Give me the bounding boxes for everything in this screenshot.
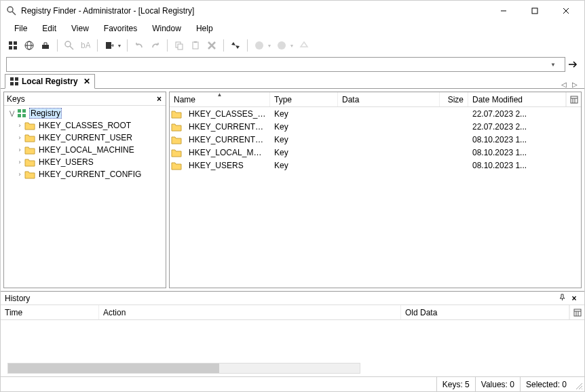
svg-rect-34	[22, 114, 26, 117]
connect-network-icon[interactable]	[22, 39, 36, 52]
registry-tree[interactable]: ⋁ Registry ›HKEY_CLASSES_ROOT ›HKEY_CURR…	[4, 106, 166, 288]
column-time[interactable]: Time	[1, 305, 99, 319]
menu-help[interactable]: Help	[189, 22, 220, 35]
cell-date: 22.07.2023 2...	[468, 109, 581, 119]
cell-date: 22.07.2023 2...	[468, 122, 581, 132]
expand-icon[interactable]: ›	[15, 159, 24, 165]
svg-rect-7	[14, 41, 17, 45]
tree-item[interactable]: ›HKEY_USERS	[4, 156, 166, 168]
menu-favorites[interactable]: Favorites	[97, 22, 144, 35]
cell-date: 08.10.2023 1...	[468, 135, 581, 144]
redo-icon[interactable]	[149, 39, 162, 52]
window-title: Registry Finder - Administrator - [Local…	[21, 6, 488, 16]
replace-icon[interactable]: bA	[79, 39, 92, 52]
expand-icon[interactable]: ›	[15, 134, 24, 141]
nav-up-icon[interactable]	[297, 39, 311, 52]
refresh-icon[interactable]	[229, 39, 242, 52]
undo-icon[interactable]	[132, 39, 146, 52]
column-old-data[interactable]: Old Data	[401, 305, 569, 319]
column-options-icon[interactable]	[566, 92, 581, 106]
copy-icon[interactable]	[172, 39, 186, 52]
nav-back-icon[interactable]	[252, 39, 266, 52]
column-name[interactable]: Name▲	[170, 92, 270, 106]
list-row[interactable]: HKEY_CURRENT_CON...Key22.07.2023 2...	[170, 120, 581, 133]
svg-line-45	[582, 389, 582, 389]
list-row[interactable]: HKEY_CURRENT_USERKey08.10.2023 1...	[170, 133, 581, 146]
show-localreg-icon[interactable]	[6, 39, 20, 52]
tab-close-icon[interactable]: ✕	[83, 77, 90, 86]
go-button[interactable]	[567, 58, 579, 71]
expand-icon[interactable]: ›	[15, 122, 24, 129]
tab-next-icon[interactable]: ▷	[569, 81, 580, 88]
tree-item[interactable]: ›HKEY_CURRENT_USER	[4, 132, 166, 144]
main-area: Keys × ⋁ Registry ›HKEY_CLASSES_ROOT ›HK…	[1, 89, 584, 291]
minimize-button[interactable]	[488, 1, 519, 21]
maximize-button[interactable]	[519, 1, 550, 21]
paste-icon[interactable]	[189, 39, 202, 52]
expand-icon[interactable]: ›	[15, 171, 24, 178]
svg-line-43	[576, 383, 582, 389]
column-action[interactable]: Action	[99, 305, 401, 319]
column-label: Date Modified	[472, 95, 523, 104]
column-data[interactable]: Data	[338, 92, 440, 106]
list-row[interactable]: HKEY_USERSKey08.10.2023 1...	[170, 159, 581, 172]
tree-item[interactable]: ›HKEY_CURRENT_CONFIG	[4, 168, 166, 180]
menu-window[interactable]: Window	[145, 22, 188, 35]
folder-icon	[171, 122, 182, 132]
history-close-icon[interactable]: ×	[568, 294, 580, 303]
column-size[interactable]: Size	[440, 92, 468, 106]
export-icon[interactable]	[102, 39, 116, 52]
list-row[interactable]: HKEY_LOCAL_MACHI...Key08.10.2023 1...	[170, 146, 581, 159]
dropdown-arrow-icon[interactable]: ▼	[267, 43, 272, 48]
column-type[interactable]: Type	[270, 92, 338, 106]
svg-point-14	[65, 41, 71, 47]
sort-asc-icon: ▲	[217, 92, 223, 98]
svg-rect-27	[10, 77, 14, 81]
menu-file[interactable]: File	[7, 22, 34, 35]
column-date[interactable]: Date Modified	[468, 92, 566, 106]
column-label: Type	[274, 95, 292, 104]
folder-icon	[24, 132, 35, 143]
tree-root[interactable]: ⋁ Registry	[4, 107, 166, 119]
cell-date: 08.10.2023 1...	[468, 161, 581, 170]
keys-panel: Keys × ⋁ Registry ›HKEY_CLASSES_ROOT ›HK…	[3, 92, 166, 288]
cell-type: Key	[270, 161, 338, 170]
nav-forward-icon[interactable]	[275, 39, 288, 52]
history-header: History ×	[1, 292, 584, 305]
history-panel: History × Time Action Old Data	[1, 291, 584, 376]
delete-icon[interactable]	[205, 39, 219, 52]
horizontal-scrollbar[interactable]	[7, 363, 360, 374]
menu-edit[interactable]: Edit	[35, 22, 63, 35]
registry-icon	[10, 77, 19, 86]
folder-icon	[24, 120, 35, 131]
svg-rect-17	[106, 42, 111, 49]
dropdown-arrow-icon[interactable]: ▼	[289, 43, 295, 48]
keys-panel-title: Keys	[7, 94, 155, 104]
tab-prev-icon[interactable]: ◁	[559, 81, 569, 88]
column-label: Data	[342, 95, 359, 104]
list-body[interactable]: HKEY_CLASSES_ROOTKey22.07.2023 2... HKEY…	[170, 107, 581, 288]
tab-local-registry[interactable]: Local Registry ✕	[5, 74, 95, 89]
column-options-icon[interactable]	[569, 305, 584, 319]
address-input[interactable]	[6, 57, 565, 72]
history-columns: Time Action Old Data	[1, 305, 584, 320]
collapse-icon[interactable]: ⋁	[7, 110, 16, 117]
history-body[interactable]	[1, 320, 584, 376]
tree-item[interactable]: ›HKEY_LOCAL_MACHINE	[4, 144, 166, 156]
toolbar-separator	[167, 39, 168, 52]
load-hive-icon[interactable]	[39, 39, 52, 52]
column-label: Old Data	[405, 308, 437, 317]
find-icon[interactable]	[62, 39, 76, 52]
tree-item[interactable]: ›HKEY_CLASSES_ROOT	[4, 119, 166, 132]
scrollbar-thumb[interactable]	[8, 364, 219, 373]
tree-item-label: HKEY_USERS	[37, 157, 95, 167]
menu-view[interactable]: View	[64, 22, 96, 35]
pin-icon[interactable]	[556, 294, 568, 303]
resize-grip-icon[interactable]	[572, 377, 584, 391]
list-row[interactable]: HKEY_CLASSES_ROOTKey22.07.2023 2...	[170, 107, 581, 120]
keys-panel-close-icon[interactable]: ×	[155, 94, 163, 104]
keys-panel-header: Keys ×	[4, 92, 166, 106]
close-button[interactable]	[550, 1, 582, 21]
expand-icon[interactable]: ›	[15, 146, 24, 153]
dropdown-arrow-icon[interactable]: ▼	[117, 43, 122, 48]
